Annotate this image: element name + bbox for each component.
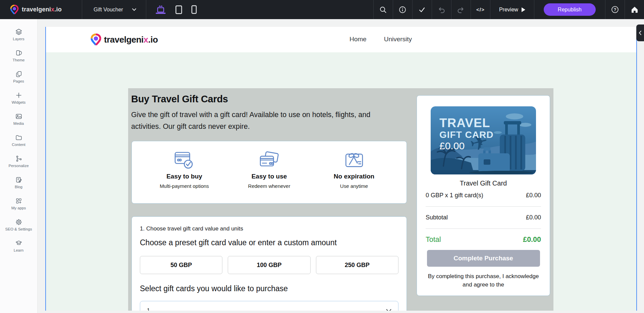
- info-icon: [399, 6, 406, 13]
- layers-icon: [15, 28, 22, 36]
- editor-brand: travelgenix.io: [0, 0, 82, 19]
- feature-title: Easy to use: [252, 173, 287, 180]
- page-description: Give the gift of travel with a gift card…: [131, 109, 370, 133]
- save-check-button[interactable]: [413, 0, 432, 19]
- sidebar-item-label: Pages: [13, 79, 24, 83]
- total-value: £0.00: [523, 236, 541, 244]
- site-canvas: travelgenix.io Home University Buy Trave…: [46, 27, 636, 311]
- complete-purchase-button[interactable]: Complete Purchase: [427, 250, 540, 267]
- nav-link-university[interactable]: University: [384, 36, 412, 43]
- sidebar-item-blog[interactable]: Blog: [0, 172, 37, 193]
- terms-text: By completing this purchase, I acknowled…: [426, 272, 541, 289]
- divider: [426, 206, 541, 207]
- sidebar-item-label: Layers: [13, 37, 24, 41]
- preview-label: Preview: [499, 7, 518, 13]
- quantity-value: 1: [147, 308, 386, 311]
- site-logo-text: travelgenix.io: [104, 35, 158, 45]
- credit-card-check-icon: [173, 151, 196, 170]
- content-folder-icon: [15, 134, 22, 141]
- sidebar-item-layers[interactable]: Layers: [0, 24, 37, 45]
- preset-250-gbp-button[interactable]: 250 GBP: [316, 256, 398, 274]
- help-button[interactable]: ?: [605, 0, 625, 19]
- my-apps-icon: [15, 197, 22, 205]
- toolbar-separator: [534, 0, 534, 19]
- sidebar-item-theme[interactable]: Theme: [0, 45, 37, 66]
- personalize-icon: [15, 155, 22, 162]
- page-selector-label: Gift Voucher: [94, 7, 123, 13]
- sidebar-item-label: Content: [12, 143, 25, 147]
- sidebar-item-label: My apps: [11, 206, 26, 210]
- order-summary-card: ✈ TRAVEL GIFT CARD £0: [417, 95, 550, 296]
- sidebar-item-label: Media: [13, 121, 24, 125]
- feature-title: Easy to buy: [166, 173, 202, 180]
- page-title: Buy Travel Gift Cards: [131, 94, 228, 105]
- sidebar-item-label: Learn: [14, 248, 23, 252]
- tablet-device-icon[interactable]: [175, 5, 182, 14]
- chevron-left-icon: [639, 31, 642, 35]
- preset-100-gbp-button[interactable]: 100 GBP: [228, 256, 310, 274]
- info-button[interactable]: [393, 0, 412, 19]
- redo-button[interactable]: [451, 0, 471, 19]
- republish-button[interactable]: Republish: [544, 3, 596, 16]
- search-icon: [379, 6, 387, 13]
- quantity-select[interactable]: 1: [140, 301, 398, 311]
- redo-icon: [457, 6, 465, 13]
- svg-text:?: ?: [614, 7, 616, 12]
- panel-collapse-toggle[interactable]: [636, 24, 644, 41]
- search-button[interactable]: [374, 0, 393, 19]
- desktop-device-icon[interactable]: [155, 4, 166, 15]
- travel-gift-card-image: ✈ TRAVEL GIFT CARD £0: [431, 106, 536, 174]
- svg-text:£0.00: £0.00: [439, 140, 465, 151]
- sidebar-item-widgets[interactable]: Widgets: [0, 87, 37, 108]
- sidebar-item-pages[interactable]: Pages: [0, 66, 37, 87]
- undo-button[interactable]: [432, 0, 451, 19]
- page-selector-dropdown[interactable]: Gift Voucher: [82, 0, 146, 19]
- sidebar-item-label: Theme: [13, 58, 25, 62]
- sidebar-item-seo-settings[interactable]: SEO & Settings: [0, 214, 37, 235]
- gift-card-section: Buy Travel Gift Cards Give the gift of t…: [46, 52, 636, 311]
- mobile-device-icon[interactable]: [191, 5, 197, 14]
- play-icon: [522, 7, 525, 12]
- sidebar-item-media[interactable]: Media: [0, 108, 37, 129]
- home-button[interactable]: [625, 0, 644, 19]
- sidebar-item-personalize[interactable]: Personalize: [0, 151, 37, 172]
- preset-50-gbp-button[interactable]: 50 GBP: [140, 256, 222, 274]
- feature-subtitle: Use anytime: [340, 183, 368, 189]
- help-icon: ?: [611, 6, 619, 13]
- sidebar-item-learn[interactable]: Learn: [0, 235, 37, 256]
- site-logo[interactable]: travelgenix.io: [91, 34, 158, 46]
- gift-card-container: Buy Travel Gift Cards Give the gift of t…: [128, 88, 553, 311]
- line-item-row: 0 GBP x 1 gift card(s) £0.00: [426, 192, 541, 199]
- editor-sidebar: Layers Theme Pages Widgets Media Content…: [0, 19, 38, 313]
- nav-link-home[interactable]: Home: [350, 36, 367, 43]
- brand-name: travelgenix.io: [22, 6, 62, 13]
- product-name: Travel Gift Card: [426, 179, 541, 187]
- code-editor-button[interactable]: </>: [471, 0, 490, 19]
- sidebar-item-my-apps[interactable]: My apps: [0, 193, 37, 214]
- preset-buttons-row: 50 GBP 100 GBP 250 GBP: [140, 256, 398, 274]
- divider: [426, 228, 541, 229]
- line-item-label: 0 GBP x 1 gift card(s): [426, 192, 483, 199]
- svg-text:GIFT CARD: GIFT CARD: [439, 129, 493, 140]
- total-label: Total: [426, 236, 441, 244]
- preview-button[interactable]: Preview: [490, 0, 534, 19]
- blog-icon: [15, 176, 22, 184]
- feature-title: No expiration: [334, 173, 374, 180]
- chevron-down-icon: [386, 309, 391, 311]
- canvas-selection-right: [636, 27, 637, 311]
- gear-icon: [15, 218, 22, 226]
- feature-subtitle: Redeem whenever: [248, 183, 290, 189]
- choose-value-card: 1. Choose travel gift card value and uni…: [131, 216, 407, 311]
- step-label: 1. Choose travel gift card value and uni…: [140, 225, 398, 232]
- svg-text:TRAVEL: TRAVEL: [439, 116, 490, 130]
- sidebar-item-content[interactable]: Content: [0, 129, 37, 151]
- widgets-plus-icon: [15, 92, 22, 99]
- editor-toolbar: travelgenix.io Gift Voucher: [0, 0, 644, 19]
- total-row: Total £0.00: [426, 236, 541, 244]
- subtotal-value: £0.00: [526, 214, 541, 221]
- subtotal-row: Subtotal £0.00: [426, 214, 541, 221]
- sidebar-item-label: Widgets: [12, 100, 26, 104]
- home-icon: [631, 6, 638, 13]
- feature-no-expiration: No expiration Use anytime: [316, 151, 393, 189]
- site-header: travelgenix.io Home University: [46, 27, 636, 52]
